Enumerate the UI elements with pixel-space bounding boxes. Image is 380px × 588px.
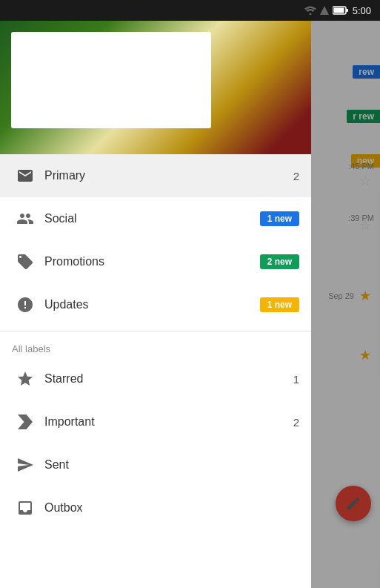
drawer-item-starred[interactable]: Starred 1: [0, 357, 311, 400]
updates-badge: 1 new: [260, 297, 299, 312]
battery-icon: [333, 6, 349, 15]
outbox-label: Outbox: [39, 501, 299, 515]
promotions-badge: 2 new: [260, 254, 299, 269]
primary-count: 2: [293, 170, 299, 182]
drawer-item-social[interactable]: Social 1 new: [0, 197, 311, 240]
updates-label: Updates: [39, 298, 260, 311]
star-icon: [12, 370, 39, 388]
divider-1: [0, 331, 311, 331]
promotions-icon: [12, 253, 39, 271]
social-badge: 1 new: [260, 211, 299, 226]
drawer-inbox-section: Primary 2 Social 1 new Promotions 2 new: [0, 154, 311, 326]
drawer-header-card: [11, 32, 211, 128]
signal-icon: [320, 6, 329, 15]
nav-drawer: Primary 2 Social 1 new Promotions 2 new: [0, 21, 311, 588]
drawer-item-primary[interactable]: Primary 2: [0, 154, 311, 197]
drawer-item-outbox[interactable]: Outbox: [0, 486, 311, 529]
status-time: 5:00: [353, 5, 371, 16]
starred-count: 1: [293, 373, 299, 386]
drawer-item-updates[interactable]: Updates 1 new: [0, 283, 311, 326]
status-icons: 5:00: [304, 5, 371, 16]
important-count: 2: [293, 416, 299, 429]
svg-point-0: [309, 13, 311, 16]
svg-rect-4: [346, 9, 348, 12]
primary-inbox-icon: [12, 167, 39, 185]
promotions-label: Promotions: [39, 255, 260, 268]
outbox-icon: [12, 499, 39, 517]
drawer-item-promotions[interactable]: Promotions 2 new: [0, 240, 311, 283]
svg-rect-3: [333, 8, 344, 13]
social-icon: [12, 210, 39, 228]
drawer-item-sent[interactable]: Sent: [0, 443, 311, 486]
starred-label: Starred: [39, 372, 293, 386]
sent-icon: [12, 456, 39, 474]
sent-label: Sent: [39, 458, 299, 472]
wifi-icon: [304, 6, 316, 15]
updates-icon: [12, 296, 39, 314]
drawer-header: [0, 21, 311, 154]
all-labels-heading: All labels: [0, 336, 311, 357]
status-bar: 5:00: [0, 0, 380, 21]
important-label: Important: [39, 415, 293, 429]
social-label: Social: [39, 212, 260, 225]
primary-label: Primary: [39, 169, 293, 182]
drawer-item-important[interactable]: Important 2: [0, 400, 311, 443]
svg-marker-1: [320, 6, 329, 15]
important-icon: [12, 413, 39, 431]
